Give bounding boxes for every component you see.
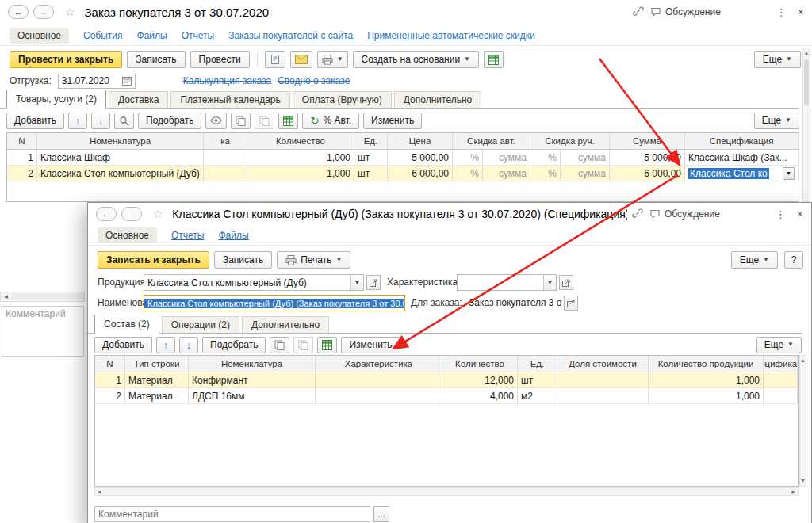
dialog-print-button[interactable]: Печать▼ <box>277 251 350 269</box>
cell-qty[interactable]: 1,000 <box>247 166 354 181</box>
col-n[interactable]: N <box>7 133 37 149</box>
help-button[interactable]: ? <box>784 251 803 269</box>
nav-files[interactable]: Файлы <box>137 30 167 41</box>
post-button[interactable]: Провести <box>190 51 250 68</box>
cell-unit[interactable]: шт <box>354 166 388 181</box>
col-total[interactable]: Сумма <box>610 133 685 149</box>
auto-discount-button[interactable]: ↻% Авт. <box>302 113 359 129</box>
cell-nomenclature[interactable]: Конфирмант <box>189 372 316 387</box>
discussion-button[interactable]: Обсуждение <box>650 6 721 17</box>
scroll-up-icon[interactable]: ▲ <box>800 356 806 365</box>
cell-spec[interactable] <box>764 388 798 403</box>
dialog-pick-button[interactable]: Подобрать <box>202 337 266 353</box>
dialog-favorite-star-icon[interactable]: ☆ <box>153 208 163 220</box>
cell-discount-manual-sum[interactable]: сумма <box>561 166 610 181</box>
back-button[interactable]: ← <box>8 5 29 19</box>
cell-qty[interactable]: 12,000 <box>442 372 518 387</box>
cell-spec-editing[interactable]: Классика Стол ко ▼ <box>685 166 799 181</box>
dialog-move-down-button[interactable]: ↓ <box>179 337 198 353</box>
create-on-basis-button[interactable]: Создать на основании▼ <box>353 51 479 68</box>
name-field[interactable]: Классика Стол компьютерный (Дуб) (Заказ … <box>144 295 405 311</box>
tab-composition[interactable]: Состав (2) <box>94 315 159 334</box>
paste-rows-button[interactable] <box>255 113 274 129</box>
dropdown-caret-icon[interactable]: ▼ <box>350 275 363 290</box>
open-order-button[interactable] <box>564 296 578 311</box>
col-characteristic[interactable]: Характеристика <box>316 356 442 372</box>
view-button[interactable] <box>205 113 227 129</box>
cell-qty[interactable]: 1,000 <box>247 150 354 165</box>
cell-product-qty[interactable]: 1,000 <box>649 372 764 387</box>
cell-discount-manual-pct[interactable]: % <box>530 166 561 181</box>
cell-unit[interactable]: шт <box>518 372 557 387</box>
tab-dialog-additional[interactable]: Дополнительно <box>242 316 329 333</box>
dialog-edit-row-button[interactable]: Изменить <box>341 337 400 353</box>
close-window-icon[interactable]: × <box>798 6 804 18</box>
scroll-up-icon[interactable]: ▲ <box>804 48 810 58</box>
table-row-current[interactable]: 2 Классика Стол компьютерный (Дуб) 1,000… <box>7 166 799 181</box>
forward-button[interactable]: → <box>33 5 54 19</box>
nav-auto-discounts[interactable]: Примененные автоматические скидки <box>367 30 535 41</box>
dialog-nav-reports[interactable]: Отчеты <box>171 230 204 241</box>
nav-site-orders[interactable]: Заказы покупателей с сайта <box>228 30 353 41</box>
cell-price[interactable]: 5 000,00 <box>388 150 453 165</box>
cell-discount-auto-pct[interactable]: % <box>453 166 483 181</box>
spec-selected-text[interactable]: Классика Стол ко <box>688 168 769 179</box>
cell-unit[interactable]: м2 <box>518 388 557 403</box>
order-summary-link[interactable]: Сводно о заказе <box>278 75 350 86</box>
product-field[interactable]: Классика Стол компьютерный (Дуб) ▼ <box>144 274 364 291</box>
move-up-button[interactable]: ↑ <box>68 113 87 129</box>
cell-row-type[interactable]: Материал <box>125 372 189 387</box>
cell-total[interactable]: 5 000,00 <box>610 150 685 165</box>
cell-unit[interactable]: шт <box>354 150 388 165</box>
add-row-button[interactable]: Добавить <box>6 113 64 129</box>
main-horizontal-scrollbar[interactable]: ◄ <box>0 292 85 302</box>
dialog-export-table-button[interactable] <box>317 337 337 353</box>
dialog-close-icon[interactable]: × <box>797 208 803 220</box>
open-product-button[interactable] <box>366 275 381 290</box>
reports-button[interactable] <box>484 51 504 68</box>
comment-expand-button[interactable]: ... <box>373 506 389 522</box>
cell-discount-auto-sum[interactable]: сумма <box>483 166 530 181</box>
col-product-qty[interactable]: Количество продукции <box>649 356 764 372</box>
scroll-right-icon[interactable]: ► <box>791 489 796 494</box>
for-order-value[interactable]: Заказ покупателя 3 от 30.07 <box>469 297 562 308</box>
tab-operations[interactable]: Операции (2) <box>162 316 239 333</box>
email-button[interactable] <box>290 51 312 68</box>
tab-delivery[interactable]: Доставка <box>109 91 169 108</box>
tab-goods-services[interactable]: Товары, услуги (2) <box>6 90 106 109</box>
col-pack[interactable]: ка <box>204 133 247 149</box>
cell-discount-auto-pct[interactable]: % <box>453 150 483 165</box>
cell-discount-auto-sum[interactable]: сумма <box>483 150 530 165</box>
document-button[interactable] <box>265 51 285 68</box>
dialog-copy-rows-button[interactable] <box>270 337 289 353</box>
col-discount-manual[interactable]: Скидка руч. <box>530 133 610 149</box>
cell-nomenclature[interactable]: Классика Стол компьютерный (Дуб) <box>37 166 204 181</box>
cell-characteristic[interactable] <box>316 372 442 387</box>
dialog-get-link-icon[interactable] <box>632 208 643 221</box>
dialog-nav-files[interactable]: Файлы <box>218 230 248 241</box>
scroll-thumb[interactable] <box>804 59 809 105</box>
save-and-close-button[interactable]: Записать и закрыть <box>98 251 209 269</box>
col-nomenclature[interactable]: Номенклатура <box>189 356 316 372</box>
dialog-menu-icon[interactable]: ⋮ <box>776 208 786 220</box>
export-table-button[interactable] <box>278 113 298 129</box>
nav-events[interactable]: События <box>83 30 123 41</box>
col-spec[interactable]: Спецификация <box>685 133 799 149</box>
col-n[interactable]: N <box>95 356 125 372</box>
dialog-discussion-button[interactable]: Обсуждение <box>649 208 720 220</box>
cell-product-qty[interactable]: 1,000 <box>649 388 764 403</box>
scroll-left-icon[interactable]: ◄ <box>97 489 102 494</box>
col-unit[interactable]: Ед. <box>518 356 557 372</box>
cell-n[interactable]: 2 <box>7 166 37 181</box>
scroll-track[interactable] <box>11 293 84 300</box>
cell-n[interactable]: 1 <box>95 372 125 387</box>
dialog-horizontal-scrollbar[interactable]: ◄ ► <box>94 487 799 496</box>
dialog-nav-main[interactable]: Основное <box>98 227 157 243</box>
dialog-add-row-button[interactable]: Добавить <box>94 337 152 353</box>
dialog-paste-rows-button[interactable] <box>293 337 313 353</box>
col-nomenclature[interactable]: Номенклатура <box>37 133 204 149</box>
scroll-down-icon[interactable]: ▼ <box>800 476 806 486</box>
col-row-type[interactable]: Тип строки <box>125 356 189 372</box>
cell-total[interactable]: 6 000,00 <box>610 166 685 181</box>
cell-discount-manual-sum[interactable]: сумма <box>561 150 610 165</box>
